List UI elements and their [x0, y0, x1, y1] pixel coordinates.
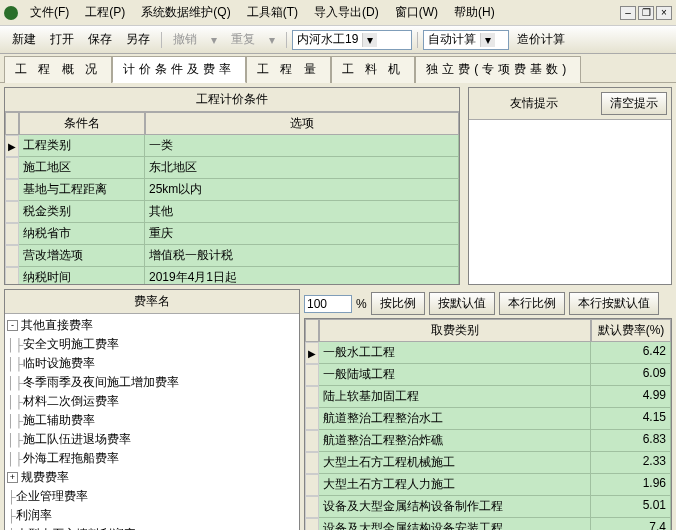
menu-tools[interactable]: 工具箱(T): [239, 2, 306, 23]
menu-sysdata[interactable]: 系统数据维护(Q): [133, 2, 238, 23]
combo-autocalc[interactable]: 自动计算 ▾: [423, 30, 509, 50]
tree-node[interactable]: │├临时设施费率: [7, 354, 297, 373]
cond-row[interactable]: 税金类别其他: [5, 201, 459, 223]
tree-node[interactable]: -其他直接费率: [7, 316, 297, 335]
rate-row[interactable]: 大型土石方工程机械施工2.33: [305, 452, 671, 474]
close-button[interactable]: ×: [656, 6, 672, 20]
percent-label: %: [356, 297, 367, 311]
rate-tree-panel: 费率名 -其他直接费率│├安全文明施工费率│├临时设施费率│├冬季雨季及夜间施工…: [4, 289, 300, 530]
tree-node[interactable]: +规费费率: [7, 468, 297, 487]
tree-node[interactable]: ├利润率: [7, 506, 297, 525]
rate-row[interactable]: ▶一般水工工程6.42: [305, 342, 671, 364]
cond-row[interactable]: 基地与工程距离25km以内: [5, 179, 459, 201]
tab-pricing-rates[interactable]: 计价条件及费率: [112, 56, 246, 83]
saveas-button[interactable]: 另存: [120, 29, 156, 50]
tree-node[interactable]: │├施工辅助费率: [7, 411, 297, 430]
by-ratio-button[interactable]: 按比例: [371, 292, 425, 315]
tree-node[interactable]: │├冬季雨季及夜间施工增加费率: [7, 373, 297, 392]
undo-dropdown[interactable]: ▾: [205, 31, 223, 49]
rate-head-category: 取费类别: [319, 319, 591, 342]
hint-panel: 友情提示 清空提示: [468, 87, 672, 285]
open-button[interactable]: 打开: [44, 29, 80, 50]
rate-row[interactable]: 大型土石方工程人力施工1.96: [305, 474, 671, 496]
chevron-down-icon[interactable]: ▾: [362, 33, 377, 47]
row-default-button[interactable]: 本行按默认值: [569, 292, 659, 315]
app-icon: [4, 6, 18, 20]
tree-node[interactable]: │├安全文明施工费率: [7, 335, 297, 354]
hint-body: [469, 120, 671, 284]
rate-head-default: 默认费率(%): [591, 319, 671, 342]
rate-row[interactable]: 航道整治工程整治炸礁6.83: [305, 430, 671, 452]
tab-bar: 工 程 概 况 计价条件及费率 工 程 量 工 料 机 独立费(专项费基数): [0, 54, 676, 83]
combo-autocalc-value: 自动计算: [428, 31, 476, 48]
tree-node[interactable]: ├企业管理费率: [7, 487, 297, 506]
menu-window[interactable]: 窗口(W): [387, 2, 446, 23]
conditions-panel: 工程计价条件 条件名 选项 ▶工程类别一类施工地区东北地区基地与工程距离25km…: [4, 87, 460, 285]
undo-button[interactable]: 撤销: [167, 29, 203, 50]
cond-row[interactable]: 营改增选项增值税一般计税: [5, 245, 459, 267]
restore-button[interactable]: ❐: [638, 6, 654, 20]
cond-head-name: 条件名: [19, 112, 145, 135]
rate-row[interactable]: 一般陆域工程6.09: [305, 364, 671, 386]
hint-label: 友情提示: [473, 95, 595, 112]
cond-row[interactable]: 纳税时间2019年4月1日起: [5, 267, 459, 284]
tab-quantities[interactable]: 工 程 量: [246, 56, 331, 83]
menu-file[interactable]: 文件(F): [22, 2, 77, 23]
cond-head-option: 选项: [145, 112, 459, 135]
redo-button[interactable]: 重复: [225, 29, 261, 50]
save-button[interactable]: 保存: [82, 29, 118, 50]
tab-materials[interactable]: 工 料 机: [331, 56, 416, 83]
rate-row[interactable]: 航道整治工程整治水工4.15: [305, 408, 671, 430]
menu-project[interactable]: 工程(P): [77, 2, 133, 23]
menu-help[interactable]: 帮助(H): [446, 2, 503, 23]
menu-io[interactable]: 导入导出(D): [306, 2, 387, 23]
combo-waterway-value: 内河水工19: [297, 31, 358, 48]
rate-grid[interactable]: ▶一般水工工程6.42一般陆域工程6.09陆上软基加固工程4.99航道整治工程整…: [305, 342, 671, 530]
tree-expand-icon[interactable]: -: [7, 320, 18, 331]
chevron-down-icon[interactable]: ▾: [480, 33, 495, 47]
tree-expand-icon[interactable]: +: [7, 472, 18, 483]
clear-hint-button[interactable]: 清空提示: [601, 92, 667, 115]
conditions-title: 工程计价条件: [5, 88, 459, 112]
cost-calc-button[interactable]: 造价计算: [511, 29, 571, 50]
cond-row[interactable]: 施工地区东北地区: [5, 157, 459, 179]
rate-row[interactable]: 设备及大型金属结构设备安装工程7.4: [305, 518, 671, 530]
rate-tree-title: 费率名: [5, 290, 299, 314]
rate-row[interactable]: 陆上软基加固工程4.99: [305, 386, 671, 408]
by-default-button[interactable]: 按默认值: [429, 292, 495, 315]
toolbar: 新建 打开 保存 另存 撤销 ▾ 重复 ▾ 内河水工19 ▾ 自动计算 ▾ 造价…: [0, 26, 676, 54]
rate-tree[interactable]: -其他直接费率│├安全文明施工费率│├临时设施费率│├冬季雨季及夜间施工增加费率…: [5, 314, 299, 530]
tree-node[interactable]: ├大型土石方填料利润率: [7, 525, 297, 530]
menu-bar: 文件(F) 工程(P) 系统数据维护(Q) 工具箱(T) 导入导出(D) 窗口(…: [0, 0, 676, 26]
min-button[interactable]: –: [620, 6, 636, 20]
rate-ratio-input[interactable]: [304, 295, 352, 313]
cond-row[interactable]: ▶工程类别一类: [5, 135, 459, 157]
tree-node[interactable]: │├施工队伍进退场费率: [7, 430, 297, 449]
rate-panel: % 按比例 按默认值 本行比例 本行按默认值 取费类别 默认费率(%) ▶一般水…: [304, 289, 672, 530]
tree-node[interactable]: │├外海工程拖船费率: [7, 449, 297, 468]
rate-row[interactable]: 设备及大型金属结构设备制作工程5.01: [305, 496, 671, 518]
new-button[interactable]: 新建: [6, 29, 42, 50]
conditions-grid[interactable]: ▶工程类别一类施工地区东北地区基地与工程距离25km以内税金类别其他纳税省市重庆…: [5, 135, 459, 284]
combo-waterway[interactable]: 内河水工19 ▾: [292, 30, 412, 50]
tab-independent-fees[interactable]: 独立费(专项费基数): [415, 56, 581, 83]
row-ratio-button[interactable]: 本行比例: [499, 292, 565, 315]
tab-overview[interactable]: 工 程 概 况: [4, 56, 112, 83]
redo-dropdown[interactable]: ▾: [263, 31, 281, 49]
tree-node[interactable]: │├材料二次倒运费率: [7, 392, 297, 411]
cond-row[interactable]: 纳税省市重庆: [5, 223, 459, 245]
